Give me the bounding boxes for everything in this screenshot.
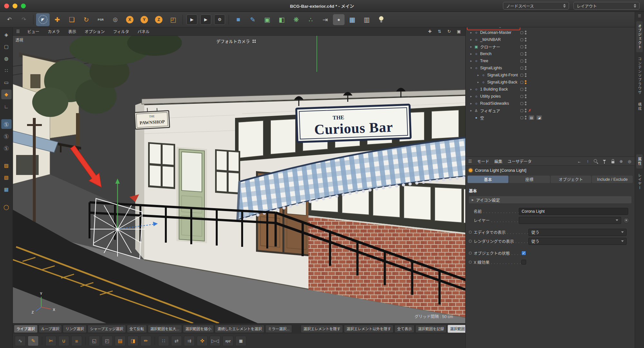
spline-pen-icon[interactable]: ✎	[246, 13, 260, 26]
animation-dot-icon[interactable]	[469, 240, 472, 243]
object-axis-icon[interactable]: ▢	[1, 42, 12, 52]
tab-basic[interactable]: 基本	[468, 176, 508, 183]
tab-object[interactable]: オブジェクト	[551, 176, 592, 183]
animation-dot-icon[interactable]	[469, 252, 472, 255]
lock-y-icon[interactable]: Y	[137, 13, 151, 26]
tab-structure[interactable]: 構成	[636, 100, 643, 114]
toolbar-separator[interactable]	[85, 337, 86, 345]
object-row[interactable]: ▸ ○ SignalLight-Back	[466, 79, 635, 86]
expand-arrow-icon[interactable]: ▸	[469, 109, 473, 112]
lock-x-icon[interactable]: X	[123, 13, 137, 26]
editor-visibility-select[interactable]: 従う	[528, 229, 627, 236]
visibility-dots[interactable]	[525, 102, 526, 105]
coord-system-icon[interactable]: ◰	[166, 13, 180, 26]
live-selection-button[interactable]: ライブ選択	[14, 325, 38, 333]
layer-toggle[interactable]	[520, 102, 523, 105]
view-menu[interactable]: ビュー	[23, 28, 44, 34]
options-menu[interactable]: オプション	[80, 28, 109, 34]
mograph-array-icon[interactable]: ❋	[289, 13, 303, 26]
expand-arrow-icon[interactable]: ▸	[469, 59, 473, 63]
object-row[interactable]: ▸ ○ SignalLight-Front	[466, 72, 635, 79]
tab-include-exclude[interactable]: Include / Exclude	[592, 176, 633, 183]
target-icon[interactable]: ◎	[627, 159, 632, 164]
layer-toggle[interactable]	[520, 67, 523, 70]
layer-toggle[interactable]	[520, 88, 523, 91]
filter-icon[interactable]	[602, 159, 607, 164]
mograph-grid-icon[interactable]: ▦	[346, 13, 359, 26]
render-tag-icon[interactable]: ▤	[529, 115, 534, 120]
spline-smooth-tool[interactable]: ∿	[15, 336, 26, 346]
visibility-dots[interactable]	[525, 66, 526, 70]
shrink-selection-button[interactable]: 選択範囲を縮小	[183, 325, 214, 333]
up-icon[interactable]: ↑	[585, 159, 590, 164]
object-row[interactable]: ▸ ○ Tree	[466, 57, 635, 64]
extrude-tool[interactable]: ◱	[89, 336, 100, 346]
layer-toggle[interactable]	[520, 31, 523, 34]
add-icon[interactable]: ⊕	[619, 159, 624, 164]
dock-icon[interactable]: ☰	[638, 14, 641, 18]
rotate-view-icon[interactable]: ↻	[446, 29, 452, 34]
matrix-extrude-tool[interactable]: ▤	[115, 336, 126, 346]
visibility-dots[interactable]	[525, 38, 526, 42]
tab-content-browser[interactable]: コンテンツブラウザ	[636, 54, 643, 98]
invert-all-button[interactable]: 全て反転	[127, 325, 147, 333]
point-mode-icon[interactable]: ∷	[1, 66, 12, 75]
object-row[interactable]: ▸ ○ Utility poles	[466, 93, 635, 100]
restore-selection-button[interactable]: 選択範囲を記	[448, 325, 465, 333]
visibility-dots[interactable]	[525, 31, 526, 34]
lock-z-icon[interactable]: Z	[152, 13, 166, 26]
axis-ring-icon[interactable]: ◯	[1, 202, 12, 212]
rotate-tool[interactable]: ↻	[80, 13, 93, 26]
pan-view-icon[interactable]: ✚	[427, 29, 433, 34]
volume-icon[interactable]: ●	[333, 14, 345, 25]
expand-arrow-icon[interactable]: ▸	[469, 52, 473, 55]
arrange-tool[interactable]: ⇉	[184, 336, 195, 346]
toolbar-separator[interactable]	[33, 15, 33, 24]
undo-icon[interactable]: ↶	[3, 13, 16, 26]
maximize-view-icon[interactable]: ▣	[456, 29, 462, 34]
maximize-button[interactable]	[21, 4, 26, 8]
layer-toggle[interactable]	[520, 38, 523, 41]
object-state-checkbox[interactable]: ✓	[521, 251, 526, 256]
filter-menu[interactable]: フィルタ	[109, 28, 133, 34]
lock-cube-icon[interactable]: ▦	[1, 185, 12, 194]
scale-tool[interactable]: ❏	[65, 13, 79, 26]
mode-menu[interactable]: モード	[475, 158, 492, 164]
xyz-coords-icon[interactable]: xyz	[223, 336, 233, 346]
smooth-shift-tool[interactable]: ◨	[128, 336, 138, 346]
object-row[interactable]: ▸ ○ Road/Sidewalks	[466, 100, 635, 107]
toolbar-separator[interactable]	[183, 15, 183, 24]
model-mode-icon[interactable]: ◈	[1, 30, 12, 40]
modeling-settings-icon[interactable]: ◎	[109, 13, 122, 26]
workplane-icon[interactable]: ∟	[1, 102, 12, 111]
texture-mode-icon[interactable]: ◍	[1, 54, 12, 63]
subdivision-surface-icon[interactable]: ▣	[260, 13, 274, 26]
toolbar-separator[interactable]	[155, 337, 155, 345]
toolbar-separator[interactable]	[42, 337, 42, 345]
animation-dot-icon[interactable]	[469, 231, 472, 234]
tab-layers[interactable]: レイヤー	[636, 170, 643, 193]
layer-toggle[interactable]	[520, 109, 523, 112]
expand-arrow-icon[interactable]: ▸	[469, 95, 473, 98]
visibility-dots[interactable]	[525, 59, 526, 63]
layer-toggle[interactable]	[520, 74, 523, 77]
layer-toggle[interactable]	[520, 45, 523, 48]
userdata-menu[interactable]: ユーザデータ	[505, 158, 534, 164]
show-all-button[interactable]: 全て表示	[394, 325, 414, 333]
close-button[interactable]	[4, 4, 9, 8]
magnet-tool[interactable]: ∪	[58, 336, 69, 346]
layer-toggle[interactable]	[520, 116, 523, 119]
visibility-dots[interactable]	[525, 45, 526, 49]
polygon-pen-tool[interactable]: ✎	[28, 336, 39, 346]
minimize-button[interactable]	[13, 4, 17, 8]
iron-tool[interactable]: ≡	[71, 336, 82, 346]
hamburger-icon[interactable]: ☰	[16, 29, 20, 34]
visibility-dots[interactable]	[525, 116, 526, 120]
animation-dot-icon[interactable]	[469, 261, 472, 264]
layer-toggle[interactable]	[520, 95, 523, 98]
paint-icon[interactable]: ▨	[1, 161, 12, 170]
tab-attributes[interactable]: 属性	[636, 154, 643, 169]
hatch-icon[interactable]: ▧	[1, 173, 12, 182]
primitive-cube-icon[interactable]: ■	[232, 13, 245, 26]
mirror-selection-button[interactable]: ミラー選択...	[265, 325, 292, 333]
